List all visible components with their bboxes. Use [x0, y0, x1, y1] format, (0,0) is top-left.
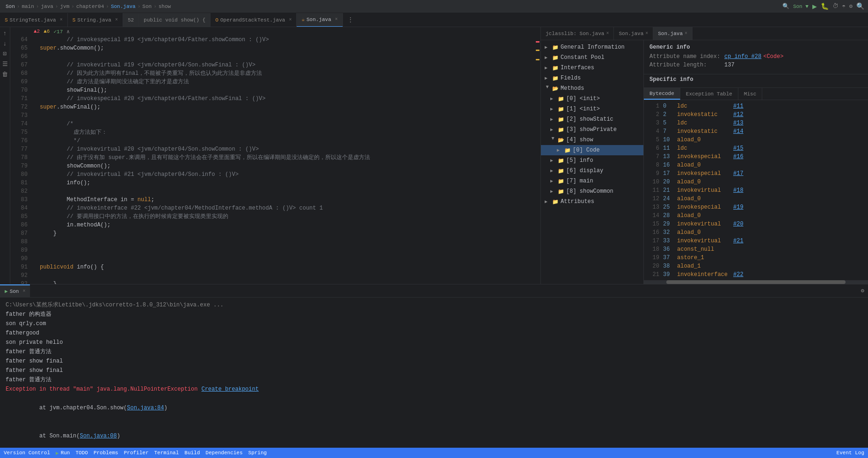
status-version-control[interactable]: Version Control	[4, 450, 50, 456]
tree-item-code[interactable]: ▶ 📁 [0] Code	[541, 145, 643, 155]
nav-main[interactable]: main	[20, 4, 36, 9]
bc-ref-17[interactable]: #21	[733, 237, 744, 245]
bc-ref-21[interactable]: #22	[733, 270, 744, 279]
status-profiler[interactable]: Profiler	[124, 450, 149, 456]
side-tool-4[interactable]: ☰	[1, 60, 9, 68]
code-line-92	[40, 271, 534, 280]
tree-label-code: [0] Code	[573, 147, 600, 153]
toolbar-search-icon[interactable]: 🔍	[782, 3, 789, 10]
nav-son-class[interactable]: Son	[140, 4, 153, 9]
nav-java[interactable]: java	[39, 4, 55, 9]
tree-item-interfaces[interactable]: ▶ 📁 Interfaces	[541, 63, 643, 73]
status-build[interactable]: Build	[184, 450, 200, 456]
side-tool-3[interactable]: ⊡	[1, 50, 9, 58]
rp-close-1[interactable]: ×	[606, 31, 609, 36]
err-marker-1	[536, 41, 540, 43]
tree-item-methods[interactable]: ▶ 📂 Methods	[541, 83, 643, 94]
tree-label-general: General Information	[561, 44, 625, 51]
nav-chapter04[interactable]: chapter04	[74, 4, 106, 9]
stack-link-1[interactable]: Son.java:84	[127, 405, 164, 411]
nav-jvm[interactable]: jvm	[58, 4, 71, 9]
settings-button[interactable]: ⚙	[849, 3, 853, 10]
tree-item-showcommon[interactable]: ▶ 📁 [8] showCommon	[541, 186, 643, 196]
bc-ref-1[interactable]: #11	[733, 102, 744, 110]
coverage-button[interactable]: ☂	[842, 3, 846, 10]
create-breakpoint-button[interactable]: Create breakpoint	[201, 385, 258, 394]
side-tool-5[interactable]: 🗑	[1, 70, 9, 79]
bc-ref-4[interactable]: #14	[733, 127, 744, 136]
tree-item-show[interactable]: ▶ 📂 [4] show	[541, 135, 643, 145]
side-tool-2[interactable]: ↓	[1, 39, 9, 48]
stack-link-2[interactable]: Son.java:08	[80, 433, 117, 439]
tab-stringtest[interactable]: S StringTest.java ×	[0, 13, 68, 27]
status-spring[interactable]: Spring	[248, 450, 267, 456]
tab-more-button[interactable]: ⋮	[345, 16, 356, 23]
bytecode-tab-exception[interactable]: Exception Table	[680, 88, 738, 100]
tree-item-showprivate[interactable]: ▶ 📁 [3] showPrivate	[541, 124, 643, 135]
bc-ref-15[interactable]: #20	[733, 220, 744, 228]
stack-prefix-1: at jvm.chapter04.Son.show(	[26, 405, 127, 411]
tab-operandstack[interactable]: O OperandStackTest.java ×	[211, 13, 297, 27]
console-output-line: fathergood	[6, 328, 862, 338]
tree-item-init0[interactable]: ▶ 📁 [0] <init>	[541, 94, 643, 104]
rp-close-3[interactable]: ×	[685, 31, 687, 36]
tab-close-son[interactable]: ×	[335, 17, 338, 22]
bytecode-line-3: 35ldc#13	[648, 119, 864, 127]
tab-method-sig[interactable]: public void show() {	[139, 13, 211, 27]
tree-item-fields[interactable]: ▶ 📁 Fields	[541, 73, 643, 83]
run-son-button[interactable]: Son ▼	[793, 4, 809, 9]
tab-label-52: 52	[128, 17, 134, 23]
rp-tab-jclasslib-3[interactable]: Son.java ×	[653, 27, 693, 40]
tree-item-main[interactable]: ▶ 📁 [7] main	[541, 176, 643, 186]
side-tool-1[interactable]: ↑	[1, 29, 9, 37]
code-line-76: */	[40, 137, 534, 145]
attr-name-link[interactable]: cp_info #28	[724, 53, 761, 60]
bytecode-tab-misc[interactable]: Misc	[738, 88, 762, 100]
tab-close-operand[interactable]: ×	[289, 17, 292, 22]
tree-item-info[interactable]: ▶ 📁 [5] info	[541, 155, 643, 166]
status-run[interactable]: ▶ Run	[56, 450, 70, 456]
nav-show[interactable]: show	[157, 4, 173, 9]
search-global-icon[interactable]: 🔍	[856, 2, 864, 10]
status-terminal[interactable]: Terminal	[154, 450, 179, 456]
tree-item-attrs[interactable]: ▶ 📁 Attributes	[541, 196, 643, 207]
bc-ref-13[interactable]: #19	[733, 203, 744, 211]
bytecode-tab-bytecode[interactable]: Bytecode	[644, 88, 680, 100]
status-dependencies[interactable]: Dependencies	[205, 450, 242, 456]
tab-close-string[interactable]: ×	[115, 17, 118, 22]
rp-tab-jclasslib-1[interactable]: jclasslib: Son.java ×	[541, 27, 614, 40]
bc-ref-11[interactable]: #18	[733, 186, 744, 195]
status-event-log[interactable]: Event Log	[837, 450, 864, 456]
bottom-tab-son[interactable]: ▶ Son ×	[0, 284, 30, 298]
tab-son[interactable]: ☕ Son.java ×	[297, 13, 343, 27]
tab-linenum[interactable]: 52	[123, 13, 139, 27]
tree-item-showstatic[interactable]: ▶ 📁 [2] showStatic	[541, 114, 643, 124]
tree-item-display[interactable]: ▶ 📁 [6] display	[541, 166, 643, 176]
nav-son-java[interactable]: Son.java	[109, 4, 138, 9]
tab-string[interactable]: S String.java ×	[68, 13, 123, 27]
tab-close-stringtest[interactable]: ×	[60, 17, 63, 22]
rp-tab-jclasslib-2[interactable]: Son.java ×	[614, 27, 653, 40]
status-todo[interactable]: TODO	[75, 450, 88, 456]
tree-item-general[interactable]: ▶ 📁 General Information	[541, 42, 643, 52]
ann-collapse[interactable]: ∧	[66, 29, 70, 35]
bc-ref-7[interactable]: #16	[733, 153, 744, 161]
debug-button[interactable]: 🐛	[821, 2, 829, 10]
bc-ref-3[interactable]: #13	[733, 119, 744, 127]
status-problems[interactable]: Problems	[94, 450, 118, 456]
attr-name-label: Attribute name index:	[649, 53, 724, 60]
nav-son[interactable]: Son	[4, 4, 17, 9]
tree-item-constant-pool[interactable]: ▶ 📁 Constant Pool	[541, 52, 643, 63]
expand-info: ▶	[550, 158, 556, 163]
bc-ref-6[interactable]: #15	[733, 144, 744, 153]
bc-ref-9[interactable]: #17	[733, 169, 744, 178]
bytecode-line-10: 1020aload_0	[648, 178, 864, 186]
bc-ref-2[interactable]: #12	[733, 110, 744, 119]
rp-close-2[interactable]: ×	[645, 31, 648, 36]
expand-init0: ▶	[550, 96, 556, 102]
run-button[interactable]: ▶	[812, 2, 817, 11]
bottom-settings-button[interactable]: ⚙	[857, 287, 868, 294]
bottom-tab-close[interactable]: ×	[22, 289, 25, 294]
tree-item-init1[interactable]: ▶ 📁 [1] <init>	[541, 104, 643, 114]
profile-button[interactable]: ⏱	[832, 3, 839, 10]
